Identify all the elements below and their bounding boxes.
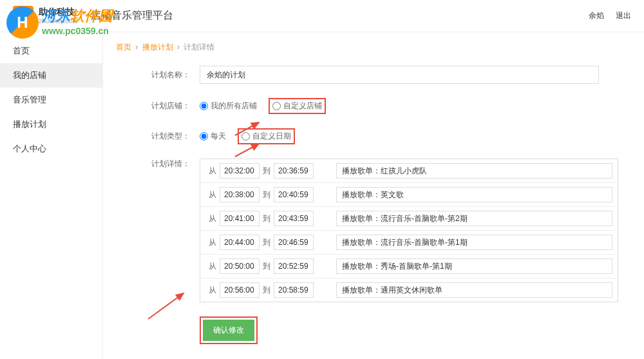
from-label: 从 (209, 261, 216, 272)
to-label: 到 (263, 285, 270, 296)
sidebar-nav: 首页 我的店铺 音乐管理 播放计划 个人中心 (0, 32, 103, 359)
svg-line-3 (235, 144, 259, 157)
time-to-input[interactable] (274, 282, 314, 298)
time-from-input[interactable] (220, 282, 260, 298)
confirm-modify-button[interactable]: 确认修改 (203, 320, 254, 341)
time-detail-row: 从到 (200, 207, 618, 231)
to-label: 到 (263, 189, 270, 200)
time-to-input[interactable] (274, 258, 314, 274)
time-to-input[interactable] (274, 187, 314, 202)
plan-name-label: 计划名称： (116, 70, 200, 81)
submit-highlight-box: 确认修改 (200, 316, 258, 344)
plan-shop-label: 计划店铺： (116, 101, 200, 112)
plan-name-input[interactable] (200, 66, 599, 84)
radio-custom-shop[interactable]: 自定义店铺 (269, 98, 326, 114)
logo-text-primary: 助你科技 (39, 6, 78, 17)
sidebar-item-personal-center[interactable]: 个人中心 (0, 137, 102, 161)
plan-details-label: 计划详情： (116, 159, 200, 170)
time-to-input[interactable] (274, 235, 314, 250)
playlist-input[interactable] (336, 163, 612, 179)
logo-text-secondary: zhunikeji.com (39, 17, 78, 25)
sidebar-item-music-management[interactable]: 音乐管理 (0, 88, 102, 112)
plan-type-label: 计划类型： (116, 131, 200, 142)
from-label: 从 (209, 213, 216, 224)
playlist-input[interactable] (336, 258, 612, 274)
breadcrumb: 首页 › 播放计划 › 计划详情 (116, 42, 631, 53)
time-details-list: 从到从到从到从到从到从到 (200, 159, 618, 302)
logout-link[interactable]: 退出 (616, 11, 631, 20)
sidebar-item-my-shops[interactable]: 我的店铺 (0, 63, 102, 88)
app-header: B 助你科技 zhunikeji.com 店铺音乐管理平台 余焰 退出 (0, 0, 644, 32)
time-detail-row: 从到 (200, 183, 618, 207)
to-label: 到 (263, 213, 270, 224)
from-label: 从 (209, 285, 216, 296)
time-detail-row: 从到 (200, 159, 618, 183)
playlist-input[interactable] (336, 235, 612, 250)
radio-everyday-input[interactable] (200, 132, 208, 141)
sidebar-item-home[interactable]: 首页 (0, 39, 102, 63)
radio-all-shops[interactable]: 我的所有店铺 (200, 101, 257, 112)
time-from-input[interactable] (220, 187, 260, 202)
time-from-input[interactable] (220, 163, 260, 179)
time-from-input[interactable] (220, 211, 260, 226)
logo-icon: B (13, 6, 33, 26)
to-label: 到 (263, 237, 270, 248)
to-label: 到 (263, 261, 270, 272)
logo-area: B 助你科技 zhunikeji.com (13, 6, 78, 26)
time-to-input[interactable] (274, 163, 314, 179)
time-detail-row: 从到 (200, 231, 618, 255)
from-label: 从 (209, 166, 216, 177)
playlist-input[interactable] (336, 282, 612, 298)
header-title: 店铺音乐管理平台 (91, 9, 173, 23)
from-label: 从 (209, 237, 216, 248)
radio-custom-date[interactable]: 自定义日期 (238, 128, 295, 144)
breadcrumb-sep: › (177, 43, 180, 52)
header-username[interactable]: 余焰 (589, 11, 604, 20)
sidebar-item-play-plan[interactable]: 播放计划 (0, 112, 102, 137)
playlist-input[interactable] (336, 187, 612, 202)
time-from-input[interactable] (220, 235, 260, 250)
radio-everyday[interactable]: 每天 (200, 131, 226, 142)
radio-custom-date-input[interactable] (242, 132, 250, 141)
breadcrumb-home[interactable]: 首页 (116, 43, 131, 52)
to-label: 到 (263, 166, 270, 177)
time-detail-row: 从到 (200, 255, 618, 278)
breadcrumb-current: 计划详情 (184, 43, 214, 52)
time-from-input[interactable] (220, 258, 260, 274)
breadcrumb-play-plan[interactable]: 播放计划 (142, 43, 173, 52)
main-content: 首页 › 播放计划 › 计划详情 计划名称： 计划店铺： 我的所有店铺 (103, 32, 644, 359)
breadcrumb-sep: › (135, 43, 138, 52)
radio-custom-shop-input[interactable] (272, 102, 281, 110)
radio-all-shops-input[interactable] (200, 102, 208, 110)
time-to-input[interactable] (274, 211, 314, 226)
playlist-input[interactable] (336, 211, 612, 226)
from-label: 从 (209, 189, 216, 200)
time-detail-row: 从到 (200, 278, 618, 302)
